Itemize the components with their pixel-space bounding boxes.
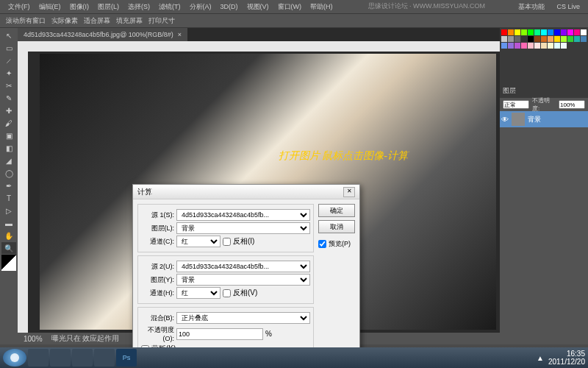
color-swatch[interactable]	[521, 29, 527, 35]
layer-row-background[interactable]: 👁 背景	[500, 111, 588, 127]
wand-tool[interactable]: ✦	[1, 67, 16, 79]
color-swatch[interactable]	[534, 43, 540, 49]
crop-tool[interactable]: ✂	[1, 79, 16, 91]
menu-3d[interactable]: 3D(D)	[216, 3, 243, 10]
color-swatch[interactable]	[554, 43, 560, 49]
src2-select[interactable]: 4d51d933ca443248ac4b5fb...	[176, 261, 310, 272]
fit-screen-button[interactable]: 适合屏幕	[84, 16, 110, 26]
type-tool[interactable]: T	[1, 192, 16, 204]
taskbar-item-photoshop[interactable]: Ps	[116, 349, 137, 367]
color-swatch[interactable]	[534, 29, 540, 35]
layer1-select[interactable]: 背景	[176, 222, 310, 234]
fill-screen-button[interactable]: 填充屏幕	[116, 16, 143, 26]
color-swatch[interactable]	[561, 29, 567, 35]
preview-checkbox[interactable]	[318, 240, 326, 248]
taskbar-item-browser[interactable]	[72, 349, 93, 367]
tray-icon[interactable]: ▲	[537, 354, 544, 362]
color-swatch[interactable]	[501, 29, 507, 35]
fg-bg-swatch[interactable]	[1, 255, 16, 271]
color-swatch[interactable]	[514, 36, 520, 42]
tab-close-icon[interactable]: ×	[178, 31, 182, 38]
color-swatch[interactable]	[561, 36, 567, 42]
color-swatch[interactable]	[521, 36, 527, 42]
chan1-select[interactable]: 红	[176, 236, 220, 247]
eraser-tool[interactable]: ◧	[1, 142, 16, 154]
scroll-all-checkbox-label[interactable]: 滚动所有窗口	[6, 16, 46, 26]
invert2-checkbox[interactable]	[223, 289, 231, 297]
workspace-switcher[interactable]: 基本功能	[514, 2, 549, 12]
zoom-level[interactable]: 100%	[24, 335, 43, 343]
menu-image[interactable]: 图像(I)	[65, 2, 94, 12]
hand-tool[interactable]: ✋	[1, 230, 16, 241]
menu-window[interactable]: 窗口(W)	[273, 2, 306, 12]
pen-tool[interactable]: ✒	[1, 180, 16, 191]
color-swatch[interactable]	[514, 43, 520, 49]
color-swatch[interactable]	[528, 43, 534, 49]
taskbar-item-media[interactable]	[94, 349, 115, 367]
color-swatch[interactable]	[567, 29, 573, 35]
chan2-select[interactable]: 红	[176, 287, 220, 299]
system-tray[interactable]: ▲ 16:35 2011/12/20	[537, 350, 585, 366]
stamp-tool[interactable]: ▣	[1, 130, 16, 141]
color-swatch[interactable]	[548, 43, 553, 49]
opac-input[interactable]	[176, 328, 263, 340]
move-tool[interactable]: ↖	[1, 29, 16, 41]
menu-view[interactable]: 视图(V)	[243, 2, 273, 12]
color-swatch[interactable]	[541, 36, 547, 42]
dialog-titlebar[interactable]: 计算 ✕	[133, 185, 359, 199]
color-swatch[interactable]	[541, 29, 547, 35]
ok-button[interactable]: 确定	[318, 204, 355, 217]
layer2-select[interactable]: 背景	[176, 274, 310, 286]
color-swatch[interactable]	[574, 36, 580, 42]
color-swatch[interactable]	[561, 43, 567, 49]
cslive-button[interactable]: CS Live	[552, 3, 584, 10]
print-size-button[interactable]: 打印尺寸	[148, 16, 175, 26]
taskbar-item-folder[interactable]	[50, 349, 71, 367]
blend-select[interactable]: 正片叠底	[176, 312, 310, 324]
visibility-icon[interactable]: 👁	[501, 116, 509, 124]
menu-edit[interactable]: 编辑(E)	[35, 2, 65, 12]
color-swatch[interactable]	[554, 29, 560, 35]
menu-filter[interactable]: 滤镜(T)	[154, 2, 185, 12]
document-tab[interactable]: 4d51d933ca443248ac4b5fb6.jpg @ 100%(RGB/…	[18, 28, 187, 41]
color-swatch[interactable]	[534, 36, 540, 42]
color-swatch[interactable]	[508, 29, 514, 35]
dodge-tool[interactable]: ◯	[1, 167, 16, 179]
color-swatch[interactable]	[554, 36, 560, 42]
zoom-tool[interactable]: 🔍	[1, 242, 16, 254]
heal-tool[interactable]: ✚	[1, 105, 16, 116]
color-swatch[interactable]	[528, 36, 534, 42]
color-swatch[interactable]	[521, 43, 527, 49]
path-tool[interactable]: ▷	[1, 205, 16, 216]
src1-select[interactable]: 4d51d933ca443248ac4b5fb...	[176, 209, 310, 221]
color-swatch[interactable]	[514, 29, 520, 35]
color-swatch[interactable]	[508, 36, 514, 42]
invert1-checkbox[interactable]	[223, 238, 231, 246]
color-swatch[interactable]	[548, 36, 553, 42]
marquee-tool[interactable]: ▭	[1, 42, 16, 54]
color-swatch[interactable]	[581, 29, 587, 35]
color-swatch[interactable]	[501, 36, 507, 42]
opacity-input[interactable]	[559, 100, 585, 109]
color-swatch[interactable]	[548, 29, 553, 35]
color-swatch[interactable]	[581, 36, 587, 42]
dialog-close-button[interactable]: ✕	[343, 187, 355, 197]
taskbar-item-explorer[interactable]	[28, 349, 49, 367]
color-swatch[interactable]	[528, 29, 534, 35]
color-swatch[interactable]	[501, 43, 507, 49]
cancel-button[interactable]: 取消	[318, 220, 355, 233]
eyedropper-tool[interactable]: ✎	[1, 92, 16, 104]
gradient-tool[interactable]: ◢	[1, 155, 16, 166]
menu-help[interactable]: 帮助(H)	[306, 2, 337, 12]
brush-tool[interactable]: 🖌	[1, 117, 16, 129]
blend-mode-select[interactable]	[503, 100, 529, 109]
menu-analysis[interactable]: 分析(A)	[185, 2, 216, 12]
layers-panel-header[interactable]: 图层	[500, 83, 588, 98]
color-swatch[interactable]	[541, 43, 547, 49]
start-button[interactable]	[3, 349, 26, 367]
actual-pixels-button[interactable]: 实际像素	[51, 16, 78, 26]
menu-file[interactable]: 文件(F)	[4, 2, 35, 12]
menu-layer[interactable]: 图层(L)	[93, 2, 123, 12]
color-swatch[interactable]	[574, 29, 580, 35]
menu-select[interactable]: 选择(S)	[123, 2, 154, 12]
